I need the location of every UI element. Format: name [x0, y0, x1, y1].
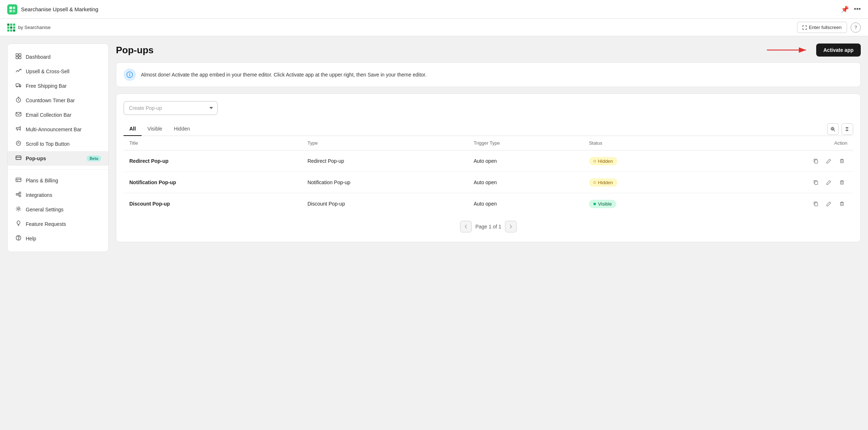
sidebar-item-announcement[interactable]: Multi-Announcement Bar: [8, 122, 108, 137]
sidebar-item-scroll-top[interactable]: Scroll to Top Button: [8, 137, 108, 151]
create-popup-select[interactable]: Create Pop-up Redirect Pop-up Notificati…: [124, 101, 218, 115]
copy-icon-1: [813, 180, 818, 185]
svg-rect-8: [16, 84, 19, 86]
table-row: Redirect Pop-up Redirect Pop-up Auto ope…: [124, 150, 853, 172]
trash-icon-0: [839, 158, 844, 164]
svg-rect-3: [13, 10, 15, 12]
edit-button-1[interactable]: [823, 177, 834, 188]
edit-button-0[interactable]: [823, 156, 834, 166]
col-action: Action: [705, 136, 853, 150]
tab-visible[interactable]: Visible: [142, 122, 168, 136]
search-filter-icon: [830, 127, 835, 132]
row-status-0: Hidden: [583, 150, 705, 172]
sidebar-item-feature-requests[interactable]: Feature Requests: [8, 217, 108, 231]
page-title: Pop-ups: [116, 45, 154, 56]
svg-point-31: [18, 239, 19, 239]
page-header: Pop-ups Activate app: [116, 44, 861, 57]
prev-page-button[interactable]: [460, 221, 472, 232]
row-title-2: Discount Pop-up: [124, 193, 302, 215]
help-button[interactable]: ?: [851, 22, 861, 33]
svg-rect-47: [815, 181, 818, 185]
popups-icon: [15, 155, 22, 162]
row-action-group-2: [711, 198, 847, 209]
activate-app-button[interactable]: Activate app: [816, 44, 861, 57]
next-page-button[interactable]: [505, 221, 517, 232]
copy-button-0[interactable]: [810, 156, 821, 166]
settings-icon: [15, 206, 22, 213]
dashboard-icon: [15, 53, 22, 61]
row-title-0: Redirect Pop-up: [124, 150, 302, 172]
sidebar-item-settings[interactable]: General Settings: [8, 202, 108, 217]
sort-icon: [845, 127, 850, 132]
edit-icon-2: [826, 201, 831, 206]
more-icon[interactable]: •••: [854, 5, 861, 13]
sidebar-label-email: Email Collection Bar: [26, 112, 71, 118]
tab-actions: [827, 123, 853, 135]
help-icon: ?: [854, 25, 857, 30]
copy-button-1[interactable]: [810, 177, 821, 188]
sidebar-item-help[interactable]: Help: [8, 231, 108, 246]
sidebar-label-integrations: Integrations: [26, 192, 52, 198]
svg-rect-4: [16, 54, 18, 56]
fullscreen-button[interactable]: Enter fullscreen: [797, 22, 847, 33]
sidebar-label-announcement: Multi-Announcement Bar: [26, 127, 82, 132]
sidebar-divider: [8, 169, 108, 170]
trash-icon-1: [839, 180, 844, 185]
sidebar-item-popups[interactable]: Pop-ups Beta: [8, 151, 108, 166]
sidebar-label-help: Help: [26, 236, 36, 241]
sidebar-item-billing[interactable]: Plans & Billing: [8, 173, 108, 188]
svg-rect-16: [16, 156, 21, 160]
svg-rect-48: [840, 181, 843, 184]
svg-rect-18: [16, 178, 21, 182]
sidebar: Dashboard Upsell & Cross-Sell Free Shipp…: [7, 44, 109, 252]
svg-rect-44: [840, 160, 843, 163]
pin-icon[interactable]: 📌: [841, 5, 849, 13]
sort-button[interactable]: [842, 123, 853, 135]
table-row: Discount Pop-up Discount Pop-up Auto ope…: [124, 193, 853, 215]
status-dot-2: [593, 203, 596, 205]
info-message: Almost done! Activate the app embed in y…: [141, 72, 426, 78]
svg-rect-51: [815, 203, 818, 206]
beta-badge: Beta: [87, 156, 101, 161]
red-arrow-icon: [767, 45, 810, 55]
delete-button-0[interactable]: [836, 156, 847, 166]
feature-requests-icon: [15, 220, 22, 228]
col-trigger: Trigger Type: [468, 136, 583, 150]
tabs: All Visible Hidden: [124, 122, 196, 136]
sidebar-item-email[interactable]: Email Collection Bar: [8, 108, 108, 122]
subbar-brand-label: by Searchanise: [18, 25, 51, 30]
row-status-2: Visible: [583, 193, 705, 215]
sidebar-item-upsell[interactable]: Upsell & Cross-Sell: [8, 64, 108, 79]
delete-button-1[interactable]: [836, 177, 847, 188]
row-trigger-2: Auto open: [468, 193, 583, 215]
sidebar-label-settings: General Settings: [26, 207, 63, 212]
delete-button-2[interactable]: [836, 198, 847, 209]
svg-rect-52: [840, 203, 843, 206]
svg-point-10: [20, 86, 20, 87]
edit-button-2[interactable]: [823, 198, 834, 209]
upsell-icon: [15, 68, 22, 75]
row-actions-0: [705, 150, 853, 172]
sidebar-label-free-shipping: Free Shipping Bar: [26, 83, 67, 89]
app-title: Searchanise Upsell & Marketing: [21, 6, 98, 12]
copy-button-2[interactable]: [810, 198, 821, 209]
search-filter-button[interactable]: [827, 123, 839, 135]
row-trigger-1: Auto open: [468, 172, 583, 193]
svg-line-38: [834, 130, 835, 131]
svg-rect-5: [19, 54, 21, 56]
sidebar-item-countdown[interactable]: Countdown Timer Bar: [8, 93, 108, 108]
sidebar-item-free-shipping[interactable]: Free Shipping Bar: [8, 79, 108, 93]
next-icon: [509, 224, 512, 229]
row-actions-2: [705, 193, 853, 215]
sidebar-item-integrations[interactable]: Integrations: [8, 188, 108, 202]
sidebar-item-dashboard[interactable]: Dashboard: [8, 50, 108, 64]
tab-hidden[interactable]: Hidden: [168, 122, 196, 136]
sidebar-label-upsell: Upsell & Cross-Sell: [26, 69, 70, 74]
tab-all[interactable]: All: [124, 122, 142, 136]
grid-logo: [7, 24, 15, 32]
topbar-right: 📌 •••: [841, 5, 861, 13]
svg-rect-7: [19, 57, 21, 59]
svg-point-9: [17, 86, 17, 87]
status-badge-2: Visible: [589, 200, 616, 208]
svg-rect-2: [9, 10, 12, 12]
